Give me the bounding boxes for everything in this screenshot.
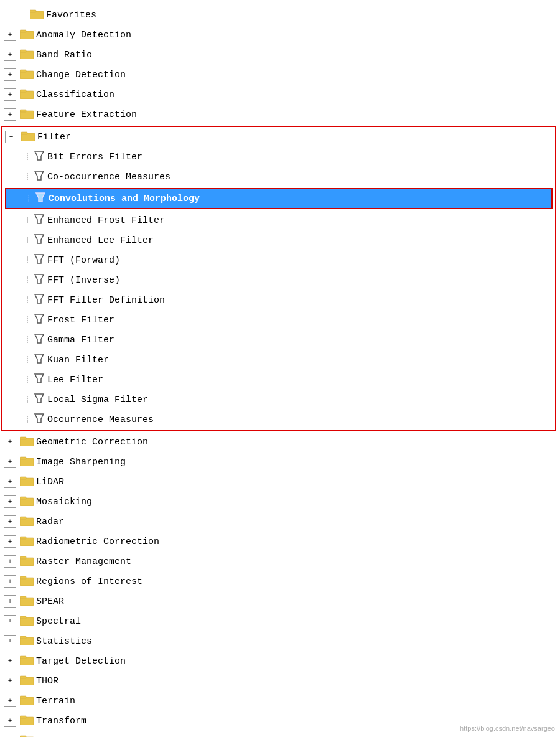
svg-marker-16 xyxy=(36,193,45,202)
tree-item-change-detection[interactable]: + Change Detection xyxy=(0,65,560,85)
tree-item-label: Radiometric Correction xyxy=(36,537,159,547)
tree-item-bit-errors-filter[interactable]: ┊ Bit Errors Filter xyxy=(2,147,555,167)
expander-minus[interactable]: − xyxy=(5,131,17,143)
tree-item-target-detection[interactable]: + Target Detection xyxy=(0,651,560,671)
svg-rect-57 xyxy=(20,716,26,718)
folder-icon xyxy=(20,515,34,529)
svg-rect-9 xyxy=(20,90,26,92)
tree-item-label: SPEAR xyxy=(36,597,64,606)
expander-plus[interactable]: + xyxy=(4,655,16,667)
tree-item-mosaicking[interactable]: + Mosaicking xyxy=(0,492,560,512)
filter-section: − Filter ┊ Bit Errors Filter ┊ Co-occurr… xyxy=(1,126,556,431)
filter-icon xyxy=(34,273,45,288)
svg-rect-39 xyxy=(20,537,26,539)
convolutions-item[interactable]: ┊ Convolutions and Morphology xyxy=(5,188,553,209)
folder-icon-favorites xyxy=(30,8,44,22)
expander-plus[interactable]: + xyxy=(4,476,16,488)
expander-plus[interactable]: + xyxy=(4,615,16,627)
svg-rect-5 xyxy=(20,50,26,52)
tree-item-image-sharpening[interactable]: + Image Sharpening xyxy=(0,452,560,472)
tree-item-label: Enhanced Lee Filter xyxy=(47,236,154,245)
expander-plus[interactable]: + xyxy=(4,49,16,61)
folder-icon xyxy=(20,108,34,122)
tree-item-label: Anomaly Detection xyxy=(36,31,131,40)
tree-item-statistics[interactable]: + Statistics xyxy=(0,631,560,651)
filter-icon xyxy=(34,393,45,407)
expander-plus[interactable]: + xyxy=(4,635,16,647)
expander-plus[interactable]: + xyxy=(4,735,16,737)
tree-item-regions-of-interest[interactable]: + Regions of Interest xyxy=(0,571,560,591)
filter-icon xyxy=(34,413,45,427)
svg-marker-14 xyxy=(35,151,44,160)
tree-item-lee-filter[interactable]: ┊ Lee Filter xyxy=(2,370,555,390)
expander-plus[interactable]: + xyxy=(4,555,16,568)
filter-icon xyxy=(34,293,45,307)
tree-item-geometric-correction[interactable]: + Geometric Correction xyxy=(0,432,560,452)
tree-item-lidar[interactable]: + LiDAR xyxy=(0,472,560,492)
expander-plus[interactable]: + xyxy=(4,436,16,448)
tree-item-frost-filter[interactable]: ┊ Frost Filter xyxy=(2,310,555,330)
svg-marker-24 xyxy=(35,354,44,363)
tree-item-band-ratio[interactable]: + Band Ratio xyxy=(0,45,560,65)
expander-plus[interactable]: + xyxy=(4,515,16,528)
expander-plus[interactable]: + xyxy=(4,575,16,588)
svg-rect-3 xyxy=(20,30,26,32)
tree-item-fft-filter-definition[interactable]: ┊ FFT Filter Definition xyxy=(2,290,555,310)
tree-item-spectral[interactable]: + Spectral xyxy=(0,611,560,631)
tree-item-radiometric-correction[interactable]: + Radiometric Correction xyxy=(0,532,560,552)
tree-item-fft-forward[interactable]: ┊ FFT (Forward) xyxy=(2,250,555,270)
tree-item-label: Filter xyxy=(37,133,71,142)
tree-item-enhanced-lee-filter[interactable]: ┊ Enhanced Lee Filter xyxy=(2,230,555,250)
expander-plus[interactable]: + xyxy=(4,715,16,727)
svg-rect-49 xyxy=(20,636,26,639)
folder-icon xyxy=(20,694,34,708)
expander-plus[interactable]: + xyxy=(4,108,16,121)
svg-rect-53 xyxy=(20,676,26,678)
tree-item-label: Co-occurrence Measures xyxy=(47,172,170,182)
tree-item-label: Statistics xyxy=(36,637,92,646)
expander-plus[interactable]: + xyxy=(4,695,16,707)
tree-item-label: THOR xyxy=(36,677,58,686)
tree-item-favorites[interactable]: Favorites xyxy=(0,5,560,25)
expander-plus[interactable]: + xyxy=(4,29,16,41)
tree-item-gamma-filter[interactable]: ┊ Gamma Filter xyxy=(2,330,555,350)
tree-item-classification[interactable]: + Classification xyxy=(0,85,560,105)
tree-item-filter[interactable]: − Filter xyxy=(2,127,555,147)
svg-rect-1 xyxy=(30,10,36,12)
tree-item-radar[interactable]: + Radar xyxy=(0,512,560,532)
expander-plus[interactable]: + xyxy=(4,68,16,81)
filter-icon xyxy=(34,353,45,367)
tree-item-label: Spectral xyxy=(36,617,81,626)
tree-item-label: Transform xyxy=(36,716,86,726)
tree-item-enhanced-frost-filter[interactable]: ┊ Enhanced Frost Filter xyxy=(2,210,555,230)
tree-item-label: Bit Errors Filter xyxy=(47,153,142,162)
tree-item-label: Geometric Correction xyxy=(36,438,148,447)
tree-item-fft-inverse[interactable]: ┊ FFT (Inverse) xyxy=(2,270,555,290)
expander-plus[interactable]: + xyxy=(4,535,16,548)
tree-item-raster-management[interactable]: + Raster Management xyxy=(0,552,560,571)
tree-item-kuan-filter[interactable]: ┊ Kuan Filter xyxy=(2,350,555,370)
tree-item-anomaly-detection[interactable]: + Anomaly Detection xyxy=(0,25,560,45)
folder-icon xyxy=(20,734,34,738)
svg-rect-13 xyxy=(21,132,27,134)
svg-marker-23 xyxy=(35,334,44,343)
folder-icon xyxy=(20,28,34,42)
expander-plus[interactable]: + xyxy=(4,595,16,608)
tree-item-feature-extraction[interactable]: + Feature Extraction xyxy=(0,105,560,124)
expander-plus[interactable]: + xyxy=(4,456,16,468)
tree-item-label: Terrain xyxy=(36,697,75,706)
tree-item-label: Local Sigma Filter xyxy=(47,395,148,405)
svg-rect-35 xyxy=(20,497,26,499)
tree-item-terrain[interactable]: + Terrain xyxy=(0,691,560,711)
tree-item-occurrence-measures[interactable]: ┊ Occurrence Measures xyxy=(2,410,555,430)
tree-item-convolutions[interactable]: ┊ Convolutions and Morphology xyxy=(6,189,551,208)
tree-item-spear[interactable]: + SPEAR xyxy=(0,591,560,611)
tree-item-local-sigma-filter[interactable]: ┊ Local Sigma Filter xyxy=(2,390,555,410)
tree-item-thor[interactable]: + THOR xyxy=(0,671,560,691)
tree-item-co-occurrence-measures[interactable]: ┊ Co-occurrence Measures xyxy=(2,167,555,187)
tree-item-label: Classification xyxy=(36,90,114,100)
expander-plus[interactable]: + xyxy=(4,495,16,508)
expander-plus[interactable]: + xyxy=(4,88,16,101)
folder-icon xyxy=(20,594,34,609)
expander-plus[interactable]: + xyxy=(4,675,16,687)
